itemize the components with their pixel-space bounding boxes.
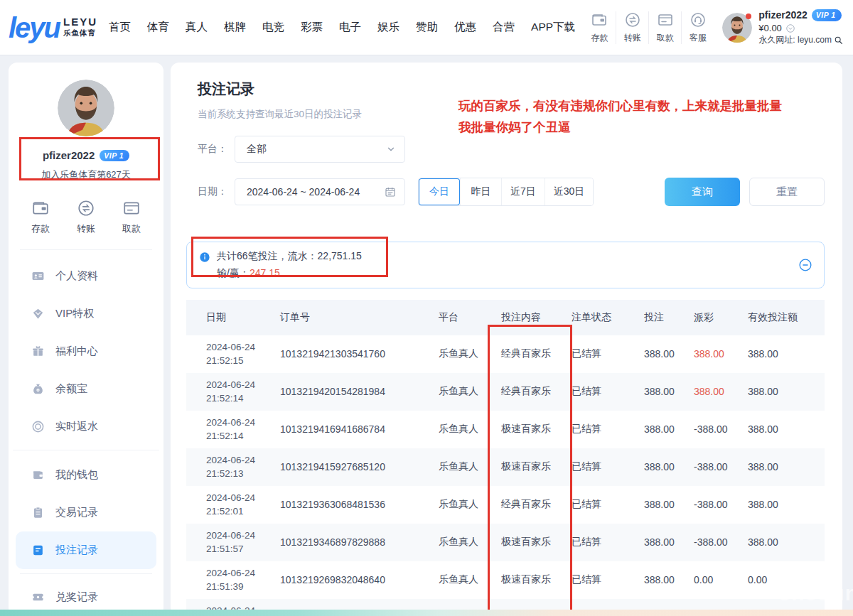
perma-url-label: 永久网址: leyu.com	[758, 35, 832, 45]
bet-records-table: 日期订单号平台投注内容注单状态投注派彩有效投注额 2024-06-2421:52…	[186, 300, 825, 616]
column-header: 订单号	[270, 311, 430, 324]
nav-item-7[interactable]: 娱乐	[377, 20, 399, 35]
column-header: 日期	[186, 311, 270, 324]
range-button-昨日[interactable]: 昨日	[460, 178, 501, 205]
collapse-icon[interactable]	[798, 258, 812, 272]
cell-bet-amount: 388.00	[638, 574, 690, 585]
cell-valid-amount: 388.00	[748, 423, 825, 435]
cell-bet-amount: 388.00	[638, 423, 690, 435]
shortcut-转账[interactable]: 转账	[77, 199, 95, 235]
nav-item-6[interactable]: 电子	[339, 20, 361, 35]
sidebar-item-余额宝[interactable]: 余额宝	[16, 370, 156, 408]
cell-date: 2024-06-2421:52:14	[186, 378, 270, 406]
shortcut-存款[interactable]: 存款	[31, 199, 50, 235]
cell-payout: 0.00	[690, 574, 748, 585]
cell-payout: 388.00	[690, 386, 748, 397]
nav-item-2[interactable]: 真人	[186, 20, 208, 35]
balance-refresh-icon[interactable]	[785, 23, 795, 33]
sidebar-item-我的钱包[interactable]: 我的钱包	[16, 456, 156, 494]
nav-item-1[interactable]: 体育	[147, 20, 169, 35]
cell-order-number: 1013219420154281984	[270, 386, 430, 397]
table-row[interactable]: 2024-06-2421:52:13 1013219415927685120 乐…	[186, 448, 825, 486]
date-label: 日期：	[198, 185, 227, 198]
platform-label: 平台：	[198, 143, 227, 156]
cell-valid-amount: 388.00	[748, 536, 825, 548]
vip-icon	[31, 307, 45, 320]
table-row[interactable]: 2024-06-2421:52:14 1013219416941686784 乐…	[186, 411, 825, 448]
avatar[interactable]	[722, 13, 752, 43]
query-button[interactable]: 查询	[665, 178, 740, 206]
reset-button[interactable]: 重置	[749, 178, 825, 206]
sidebar-item-交易记录[interactable]: 交易记录	[16, 494, 156, 531]
top-header: leyu LEYU 乐鱼体育 首页体育真人棋牌电竞彩票电子娱乐赞助优惠合营APP…	[0, 0, 853, 55]
profile-vip-badge: VIP 1	[100, 150, 129, 161]
range-button-今日[interactable]: 今日	[419, 178, 460, 205]
range-button-近7日[interactable]: 近7日	[501, 178, 544, 205]
table-row[interactable]: 2024-06-2421:51:57 1013219346897829888 乐…	[186, 524, 825, 561]
qa-item-转账[interactable]: 转账	[616, 11, 648, 44]
nav-item-8[interactable]: 赞助	[416, 20, 438, 35]
table-row[interactable]: 2024-06-2421:52:14 1013219420154281984 乐…	[186, 373, 825, 411]
table-row[interactable]: 2024-06-2421:52:01 1013219363068481536 乐…	[186, 486, 825, 524]
header-user-area: pfizer2022 VIP 1 ¥0.00 永久网址: leyu.com	[722, 9, 843, 45]
clipboard-icon	[31, 506, 45, 519]
chevron-down-icon	[386, 144, 396, 154]
wallet-icon	[591, 11, 608, 28]
nav-item-0[interactable]: 首页	[109, 20, 131, 35]
qa-item-取款[interactable]: 取款	[648, 11, 681, 44]
column-header: 派彩	[690, 311, 748, 324]
logo-subtext: LEYU 乐鱼体育	[63, 16, 97, 38]
cell-status: 已结算	[567, 573, 638, 586]
header-username[interactable]: pfizer2022	[758, 9, 807, 22]
cell-bet-content: 经典百家乐	[493, 498, 567, 511]
search-icon[interactable]	[834, 36, 843, 45]
sidebar-item-投注记录[interactable]: 投注记录	[16, 531, 156, 569]
cell-status: 已结算	[567, 385, 638, 398]
wallet-shortcuts: 存款 转账 取款	[9, 199, 163, 235]
shortcut-取款[interactable]: 取款	[122, 199, 141, 235]
page-subtitle: 当前系统支持查询最近30日的投注记录	[198, 108, 825, 121]
cell-order-number: 1013219415927685120	[270, 461, 430, 472]
cell-order-number: 1013219346897829888	[270, 536, 430, 548]
profile-avatar[interactable]	[58, 80, 114, 136]
nav-item-11[interactable]: APP下载	[531, 20, 575, 35]
cell-date: 2024-06-2421:51:39	[186, 566, 270, 594]
date-range-input[interactable]: 2024-06-24 ~ 2024-06-24	[235, 178, 405, 205]
cell-status: 已结算	[567, 423, 638, 436]
cell-date: 2024-06-2421:52:14	[186, 416, 270, 443]
sidebar-item-个人资料[interactable]: 个人资料	[16, 257, 156, 295]
cell-valid-amount: 388.00	[748, 386, 825, 397]
sidebar-item-VIP特权[interactable]: VIP特权	[16, 295, 156, 333]
cell-valid-amount: 0.00	[748, 574, 825, 585]
profile-joined-days: 加入乐鱼体育第627天	[9, 168, 163, 181]
page-title: 投注记录	[198, 80, 825, 99]
table-body: 2024-06-2421:52:15 1013219421303541760 乐…	[186, 335, 825, 616]
nav-item-4[interactable]: 电竞	[262, 20, 284, 35]
leyu-logo[interactable]: leyu LEYU 乐鱼体育	[9, 13, 97, 42]
info-icon	[199, 252, 210, 263]
date-filter-row: 日期： 2024-06-24 ~ 2024-06-24 今日昨日近7日近30日 …	[198, 178, 825, 206]
sidebar-item-福利中心[interactable]: 福利中心	[16, 333, 156, 370]
cell-status: 已结算	[567, 347, 638, 360]
summary-bar: 共计66笔投注，流水：22,751.15 输/赢：247.15	[186, 242, 825, 288]
qa-item-存款[interactable]: 存款	[583, 11, 616, 44]
column-header: 有效投注额	[748, 311, 825, 324]
qa-item-客服[interactable]: 客服	[681, 11, 714, 44]
table-row[interactable]: 2024-06-2421:51:39 1013219269832048640 乐…	[186, 561, 825, 599]
nav-item-9[interactable]: 优惠	[454, 20, 476, 35]
platform-select[interactable]: 全部	[235, 136, 405, 163]
sidebar-item-实时返水[interactable]: 实时返水	[16, 408, 156, 445]
rebate-icon	[31, 420, 45, 433]
logo-wordmark: leyu	[9, 13, 60, 42]
cell-bet-content: 经典百家乐	[493, 347, 567, 360]
cell-payout: -388.00	[690, 536, 748, 548]
cell-payout: -388.00	[690, 499, 748, 510]
nav-item-5[interactable]: 彩票	[301, 20, 323, 35]
table-row[interactable]: 2024-06-2421:52:15 1013219421303541760 乐…	[186, 335, 825, 373]
nav-item-3[interactable]: 棋牌	[224, 20, 246, 35]
calendar-icon	[385, 186, 396, 198]
cell-bet-amount: 388.00	[638, 536, 690, 548]
nav-item-10[interactable]: 合营	[493, 20, 515, 35]
range-button-近30日[interactable]: 近30日	[544, 178, 594, 205]
cell-bet-amount: 388.00	[638, 348, 690, 360]
